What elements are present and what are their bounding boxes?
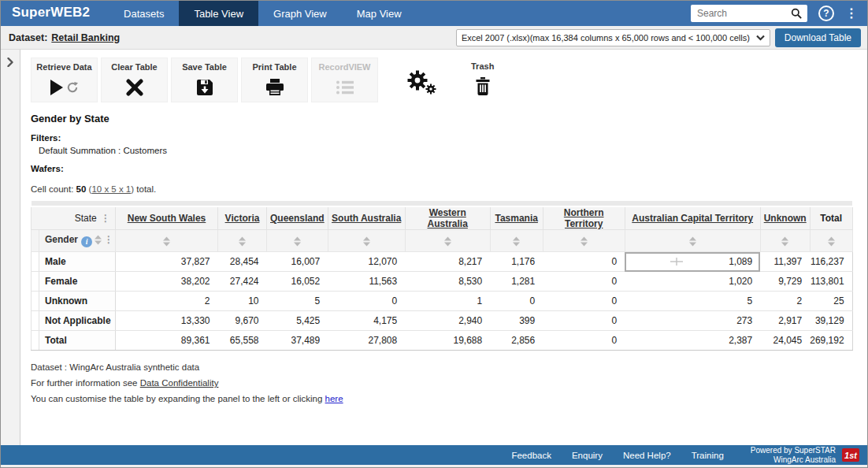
table-cell[interactable]: 2: [116, 292, 218, 311]
sort-toggle[interactable]: [760, 230, 810, 252]
row-header[interactable]: Unknown: [39, 292, 116, 311]
table-cell[interactable]: 116,237: [810, 252, 852, 272]
table-cell[interactable]: 9,729: [760, 272, 810, 292]
row-header[interactable]: Male: [39, 252, 116, 272]
table-cell[interactable]: 2: [760, 292, 810, 311]
column-header[interactable]: South Australia: [328, 206, 405, 230]
table-cell[interactable]: 1: [405, 292, 490, 311]
table-cell[interactable]: 1,176: [490, 252, 543, 272]
table-cell[interactable]: 0: [543, 252, 625, 272]
table-cell[interactable]: 38,202: [116, 272, 218, 292]
table-cell[interactable]: 39,129: [810, 311, 852, 331]
column-header[interactable]: Unknown: [760, 206, 810, 230]
column-header[interactable]: Australian Capital Territory: [625, 206, 760, 230]
table-cell[interactable]: 2,940: [405, 311, 490, 331]
table-cell[interactable]: 5: [267, 292, 328, 311]
table-cell[interactable]: 37,489: [267, 331, 328, 351]
sort-toggle[interactable]: [328, 230, 405, 252]
table-cell[interactable]: 2,917: [760, 311, 810, 331]
column-header[interactable]: Victoria: [218, 206, 267, 230]
table-cell[interactable]: 65,558: [218, 331, 267, 351]
table-cell[interactable]: 273: [625, 311, 760, 331]
table-cell[interactable]: 4,175: [328, 311, 405, 331]
table-cell[interactable]: 19,688: [405, 331, 490, 351]
sort-toggle[interactable]: [405, 230, 490, 252]
table-cell[interactable]: 0: [543, 311, 625, 331]
download-table-button[interactable]: Download Table: [775, 28, 861, 47]
row-header[interactable]: Not Applicable: [39, 311, 116, 331]
retrieve-data-button[interactable]: Retrieve Data: [31, 58, 98, 102]
sort-toggle[interactable]: [218, 230, 267, 252]
dataset-name-link[interactable]: Retail Banking: [51, 32, 120, 43]
table-cell[interactable]: 9,670: [218, 311, 267, 331]
table-cell[interactable]: 10: [218, 292, 267, 311]
table-cell[interactable]: 27,424: [218, 272, 267, 292]
search-box[interactable]: [691, 5, 807, 22]
sort-toggle[interactable]: [116, 230, 218, 252]
tab-table-view[interactable]: Table View: [179, 1, 258, 26]
table-cell[interactable]: 5,425: [267, 311, 328, 331]
row-header[interactable]: Female: [39, 272, 116, 292]
sort-toggle[interactable]: [267, 230, 328, 252]
table-cell[interactable]: 8,217: [405, 252, 490, 272]
clear-table-button[interactable]: Clear Table: [101, 58, 168, 102]
sort-toggle[interactable]: [490, 230, 543, 252]
table-cell[interactable]: 1,089: [625, 252, 760, 272]
save-table-button[interactable]: Save Table: [171, 58, 238, 102]
data-confidentiality-link[interactable]: Data Confidentiality: [140, 378, 219, 388]
table-cell[interactable]: 25: [810, 292, 852, 311]
column-header[interactable]: Total: [810, 206, 852, 230]
search-input[interactable]: [697, 8, 791, 19]
table-cell[interactable]: 37,827: [116, 252, 218, 272]
table-cell[interactable]: 27,808: [328, 331, 405, 351]
row-header[interactable]: Total: [39, 331, 116, 351]
trash-button[interactable]: Trash: [471, 58, 494, 98]
customise-here-link[interactable]: here: [325, 394, 343, 403]
table-cell[interactable]: 16,007: [267, 252, 328, 272]
training-link[interactable]: Training: [692, 451, 724, 460]
table-cell[interactable]: 0: [328, 292, 405, 311]
table-cell[interactable]: 0: [543, 292, 625, 311]
table-cell[interactable]: 11,563: [328, 272, 405, 292]
table-cell[interactable]: 8,530: [405, 272, 490, 292]
help-icon[interactable]: ?: [818, 6, 834, 21]
table-cell[interactable]: 0: [543, 272, 625, 292]
table-cell[interactable]: 11,397: [760, 252, 810, 272]
table-cell[interactable]: 16,052: [267, 272, 328, 292]
table-cell[interactable]: 5: [625, 292, 760, 311]
feedback-link[interactable]: Feedback: [511, 451, 551, 460]
table-cell[interactable]: 28,454: [218, 252, 267, 272]
need-help-link[interactable]: Need Help?: [623, 451, 671, 460]
table-cell[interactable]: 0: [490, 292, 543, 311]
search-icon[interactable]: [791, 8, 803, 20]
table-cell[interactable]: 1,020: [625, 272, 760, 292]
print-table-button[interactable]: Print Table: [241, 58, 308, 102]
cell-count-link[interactable]: 10 x 5 x 1: [91, 184, 131, 194]
table-cell[interactable]: 113,801: [810, 272, 852, 292]
table-cell[interactable]: 2,387: [625, 331, 760, 351]
sort-toggle[interactable]: [810, 230, 852, 252]
column-header[interactable]: New South Wales: [116, 206, 218, 230]
table-cell[interactable]: 269,192: [810, 331, 852, 351]
table-options-button[interactable]: [406, 70, 438, 98]
table-cell[interactable]: 89,361: [116, 331, 218, 351]
column-header[interactable]: Queensland: [267, 206, 328, 230]
tab-graph-view[interactable]: Graph View: [258, 1, 342, 26]
tab-datasets[interactable]: Datasets: [109, 1, 179, 26]
overflow-menu-icon[interactable]: ⋮: [845, 7, 858, 20]
column-header[interactable]: Tasmania: [490, 206, 543, 230]
column-header[interactable]: Northern Territory: [543, 206, 625, 230]
table-cell[interactable]: 2,856: [490, 331, 543, 351]
kebab-menu-icon[interactable]: ⋮: [102, 234, 115, 245]
export-format-select[interactable]: Excel 2007 (.xlsx)(max 16,384 columns x …: [456, 29, 770, 46]
table-cell[interactable]: 0: [543, 331, 625, 351]
sort-toggle[interactable]: [625, 230, 760, 252]
kebab-menu-icon[interactable]: ⋮: [99, 213, 112, 224]
table-cell[interactable]: 1,281: [490, 272, 543, 292]
table-cell[interactable]: 399: [490, 311, 543, 331]
info-icon[interactable]: i: [81, 236, 92, 247]
sort-toggle[interactable]: [543, 230, 625, 252]
table-cell[interactable]: 12,070: [328, 252, 405, 272]
tab-map-view[interactable]: Map View: [342, 1, 417, 26]
column-header[interactable]: Western Australia: [405, 206, 490, 230]
